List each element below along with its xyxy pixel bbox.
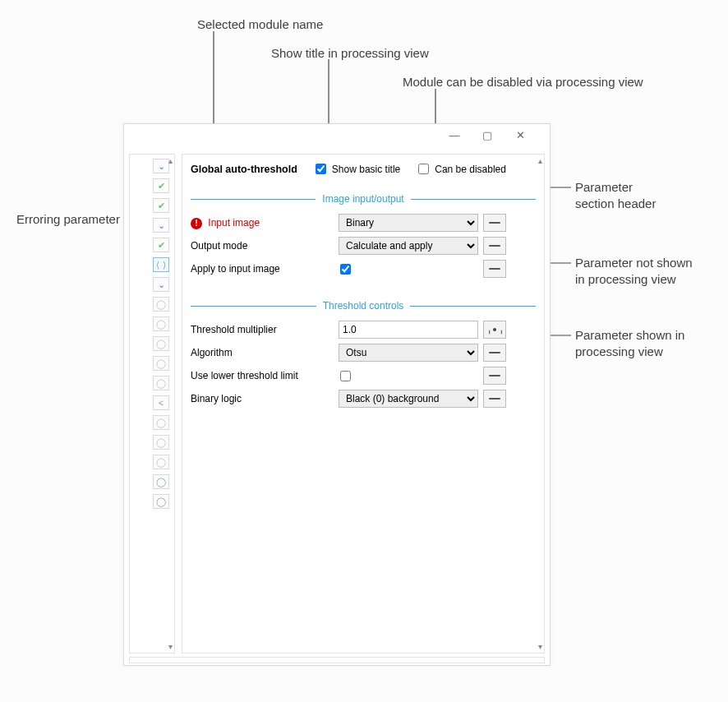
eye-closed-icon (489, 222, 500, 224)
show-basic-title-label: Show basic title (332, 164, 400, 175)
circle-icon: ◯ (156, 477, 166, 487)
panel-scroll-down-icon[interactable]: ▾ (538, 642, 542, 651)
sidebar-module[interactable]: ✔ (153, 238, 169, 252)
sidebar-module[interactable]: ◯ (153, 356, 169, 371)
param-label: Algorithm (191, 347, 339, 358)
param-lower-limit: Use lower threshold limit (191, 364, 536, 387)
maximize-icon[interactable]: ▢ (472, 129, 502, 141)
chevron-left-icon: < (159, 398, 164, 408)
sidebar-module[interactable]: ◯ (153, 415, 169, 430)
visibility-toggle[interactable] (483, 237, 506, 255)
can-be-disabled-checkbox[interactable]: Can be disabled (415, 161, 506, 177)
show-basic-title-input[interactable] (316, 164, 326, 174)
module-header-row: Global auto-threshold Show basic title C… (191, 161, 536, 185)
annotation-show-title: Show title in processing view (271, 45, 429, 62)
visibility-toggle[interactable] (483, 390, 506, 408)
param-label: ! Input image (191, 217, 339, 229)
param-binary-logic: Binary logic Black (0) background (191, 387, 536, 410)
binary-logic-select[interactable]: Black (0) background (339, 390, 478, 408)
sidebar-module[interactable]: ◯ (153, 376, 169, 390)
sidebar-module[interactable]: ✔ (153, 198, 169, 213)
visibility-toggle[interactable] (483, 367, 506, 385)
param-label: Binary logic (191, 393, 339, 404)
show-basic-title-checkbox[interactable]: Show basic title (312, 161, 400, 177)
annotation-section-header: Parametersection header (575, 179, 656, 211)
section-header-io: Image input/output (191, 193, 536, 205)
can-be-disabled-input[interactable] (418, 164, 429, 174)
algorithm-select[interactable]: Otsu (339, 344, 478, 362)
parameters-panel: ▴ Global auto-threshold Show basic title… (182, 154, 545, 654)
circle-icon: ◯ (156, 496, 166, 507)
threshold-multiplier-input[interactable] (339, 321, 478, 339)
eye-open-icon (489, 326, 500, 334)
chevron-down-icon: ⌄ (158, 161, 165, 172)
visibility-toggle[interactable] (483, 214, 506, 232)
param-algorithm: Algorithm Otsu (191, 341, 536, 364)
chevron-down-icon: ⌄ (158, 220, 165, 231)
annotation-module-name: Selected module name (197, 16, 323, 33)
sidebar-module[interactable]: ◯ (153, 336, 169, 351)
module-sidebar: ▴ ⌄ ✔ ✔ ⌄ ✔ ⟨ ⟩ ⌄ ◯ ◯ ◯ ◯ ◯ < ◯ ◯ ◯ ◯ ◯ … (129, 154, 175, 654)
check-circle-icon: ✔ (158, 201, 165, 211)
sidebar-module[interactable]: ◯ (153, 297, 169, 312)
apply-input-checkbox[interactable] (340, 264, 351, 275)
annotation-erroring: Erroring parameter (16, 211, 120, 228)
minimize-icon[interactable]: — (440, 129, 469, 141)
param-label: Use lower threshold limit (191, 370, 339, 381)
sidebar-module[interactable]: ◯ (153, 316, 169, 331)
param-label: Apply to input image (191, 263, 339, 275)
section-header-io-label: Image input/output (322, 193, 403, 205)
section-header-threshold-label: Threshold controls (323, 300, 404, 312)
check-circle-icon: ✔ (158, 181, 165, 192)
eye-closed-icon (489, 398, 500, 399)
sidebar-scroll-up-icon[interactable]: ▴ (168, 156, 173, 165)
error-icon: ! (191, 218, 202, 229)
circle-icon: ◯ (156, 437, 166, 448)
visibility-toggle[interactable] (483, 344, 506, 362)
sidebar-module[interactable]: ⌄ (153, 277, 169, 292)
circle-icon: ◯ (156, 358, 166, 369)
sidebar-scroll-down-icon[interactable]: ▾ (168, 642, 173, 651)
check-circle-icon: ✔ (158, 240, 165, 251)
visibility-toggle[interactable] (483, 321, 506, 339)
circle-icon: ◯ (156, 418, 166, 428)
window-titlebar: — ▢ ✕ (124, 124, 550, 149)
close-icon[interactable]: ✕ (505, 129, 535, 141)
circle-icon: ◯ (156, 378, 166, 389)
eye-closed-icon (489, 352, 500, 353)
circle-icon: ◯ (156, 299, 166, 310)
param-threshold-multiplier: Threshold multiplier (191, 318, 536, 341)
status-bar (129, 657, 545, 663)
chevron-down-icon: ⌄ (158, 279, 165, 290)
app-window: — ▢ ✕ ▴ ⌄ ✔ ✔ ⌄ ✔ ⟨ ⟩ ⌄ ◯ ◯ ◯ ◯ ◯ < ◯ ◯ … (123, 123, 551, 666)
output-mode-select[interactable]: Calculate and apply (339, 237, 478, 255)
sidebar-module[interactable]: ⌄ (153, 159, 169, 173)
annotation-param-hidden: Parameter not shownin processing view (575, 255, 693, 287)
sidebar-module-selected[interactable]: ⟨ ⟩ (153, 257, 169, 272)
param-label: Threshold multiplier (191, 324, 339, 335)
sidebar-module[interactable]: < (153, 395, 169, 410)
circle-icon: ◯ (156, 339, 166, 349)
module-name: Global auto-threshold (191, 164, 297, 175)
visibility-toggle[interactable] (483, 260, 506, 278)
sidebar-module[interactable]: ⌄ (153, 218, 169, 233)
panel-scroll-up-icon[interactable]: ▴ (538, 156, 542, 165)
annotation-param-shown: Parameter shown inprocessing view (575, 327, 684, 359)
eye-closed-icon (489, 268, 500, 270)
can-be-disabled-label: Can be disabled (435, 164, 506, 175)
param-apply-input: Apply to input image (191, 257, 536, 280)
param-label: Output mode (191, 240, 339, 252)
input-image-select[interactable]: Binary (339, 214, 478, 232)
param-input-image: ! Input image Binary (191, 211, 536, 234)
lower-limit-checkbox[interactable] (340, 371, 351, 381)
annotation-can-disable: Module can be disabled via processing vi… (403, 74, 643, 90)
brackets-icon: ⟨ ⟩ (156, 260, 165, 270)
circle-icon: ◯ (156, 319, 166, 330)
sidebar-module[interactable]: ◯ (153, 435, 169, 450)
circle-icon: ◯ (156, 457, 166, 468)
sidebar-module[interactable]: ◯ (153, 455, 169, 469)
section-header-threshold: Threshold controls (191, 300, 536, 312)
sidebar-module[interactable]: ✔ (153, 178, 169, 193)
sidebar-module[interactable]: ◯ (153, 474, 169, 489)
sidebar-module[interactable]: ◯ (153, 494, 169, 509)
